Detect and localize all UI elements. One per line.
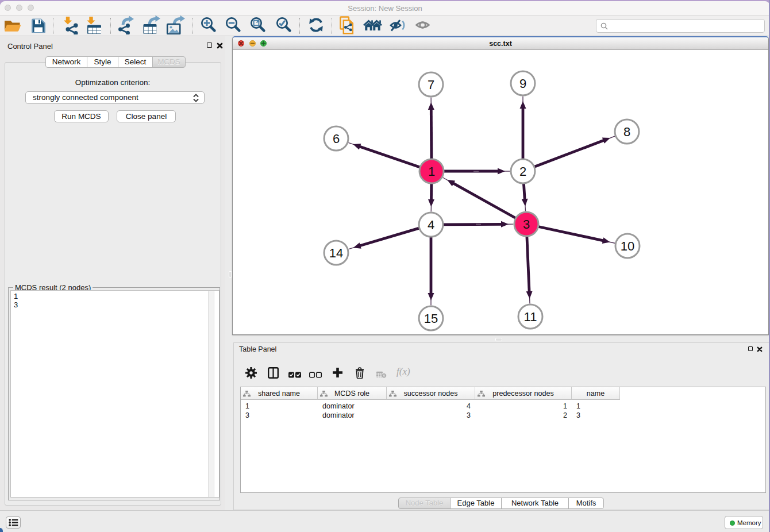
svg-text:15: 15 <box>424 311 437 326</box>
svg-text:11: 11 <box>523 310 537 324</box>
svg-text:14: 14 <box>329 246 342 260</box>
svg-text:6: 6 <box>332 132 339 146</box>
svg-text:9: 9 <box>519 76 526 91</box>
svg-text:4: 4 <box>427 218 434 232</box>
svg-text:1: 1 <box>428 164 434 179</box>
svg-text:10: 10 <box>620 239 634 253</box>
svg-text:7: 7 <box>427 78 434 92</box>
svg-text:3: 3 <box>522 217 529 232</box>
svg-text:2: 2 <box>519 164 526 179</box>
svg-text:8: 8 <box>623 125 630 139</box>
